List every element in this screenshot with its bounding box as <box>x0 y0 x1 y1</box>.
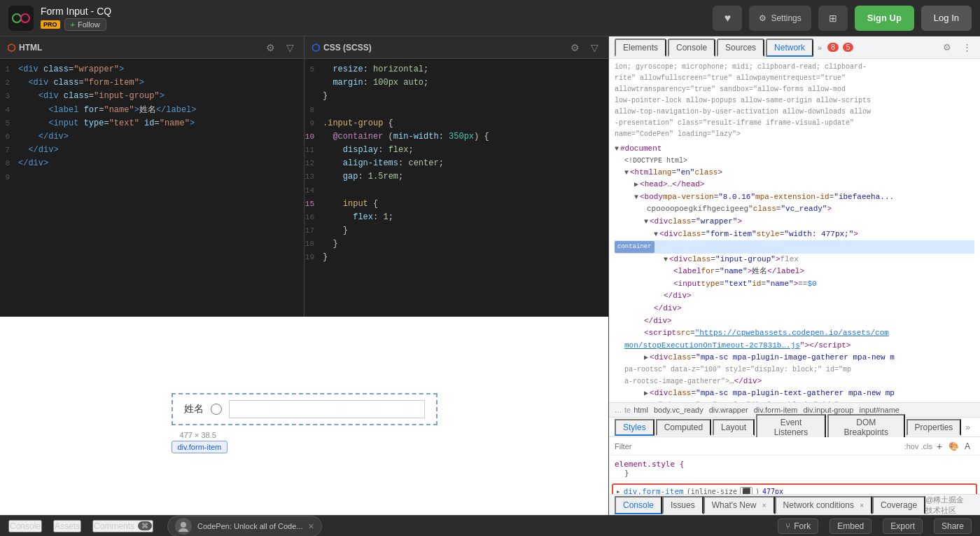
network-conditions-close[interactable]: × <box>860 502 864 509</box>
code-line: 10 @container (min-width: 350px) { <box>304 130 608 144</box>
element-badge: div.form-item <box>172 441 228 453</box>
code-line: 13 gap: 1.5rem; <box>304 170 608 184</box>
bc-item-wrapper[interactable]: div.wrapper <box>709 406 748 414</box>
promo-close-btn[interactable]: × <box>308 521 314 532</box>
dom-selected-node[interactable]: container <box>615 240 974 253</box>
login-button[interactable]: Log In <box>921 6 972 31</box>
code-line: 5 resize: horizontal; <box>304 63 608 76</box>
html-lang-badge: ⬡ HTML <box>7 42 42 53</box>
export-btn[interactable]: Export <box>883 518 923 534</box>
css-expand-btn[interactable]: ▽ <box>587 41 601 55</box>
dt-more-icon[interactable]: ⋮ <box>959 40 974 55</box>
dt-tab-elements[interactable]: Elements <box>615 39 666 57</box>
dt-badge-errors: 8 <box>827 43 839 52</box>
st-tab-styles[interactable]: Styles <box>615 419 654 436</box>
add-rule-btn[interactable]: + <box>932 439 946 453</box>
bc-item-html[interactable]: html <box>634 406 648 414</box>
form-radio[interactable] <box>211 404 222 415</box>
dt-tab-console[interactable]: Console <box>668 39 715 57</box>
filter-bar: :hov .cls + 🎨 A <box>609 437 980 455</box>
devtools-panel: Elements Console Sources Network » 8 5 ⚙… <box>609 36 980 515</box>
embed-btn[interactable]: Embed <box>830 518 872 534</box>
st-tab-event-listeners[interactable]: Event Listeners <box>756 414 826 441</box>
whats-new-close[interactable]: × <box>762 502 766 509</box>
code-line: 15 input { <box>304 198 608 211</box>
grid-icon: ⊞ <box>829 13 837 24</box>
styles-filter-input[interactable] <box>615 442 904 451</box>
dom-line: rite" allowfullscreen="true" allowpaymen… <box>615 73 974 84</box>
inline-size-icon[interactable]: ⬛ <box>740 487 752 494</box>
heart-icon: ♥ <box>724 12 732 25</box>
pseudo-states-toggle[interactable]: :hov .cls <box>904 442 932 451</box>
export-label: Export <box>890 521 915 531</box>
color-format-btn[interactable]: 🎨 <box>946 439 960 453</box>
fork-label: Fork <box>794 521 811 531</box>
st-tab-dom-breakpoints[interactable]: DOM Breakpoints <box>827 414 905 441</box>
signup-button[interactable]: Sign Up <box>855 6 914 31</box>
unlock-label: CodePen: Unlock all of Code... <box>197 522 302 530</box>
dom-line: a-rootsc-image-gatherer">…</div> <box>615 376 974 388</box>
dt-icons: ⚙ ⋮ <box>939 40 974 55</box>
css-settings-btn[interactable]: ⚙ <box>568 41 582 55</box>
dtb-tab-issues[interactable]: Issues <box>662 496 704 514</box>
size-badge: 477 × 38.5 <box>180 431 216 439</box>
dtb-tab-console[interactable]: Console <box>615 496 662 514</box>
html-expand-btn[interactable]: ▽ <box>283 41 297 55</box>
code-line: 18 } <box>304 238 608 251</box>
assets-btn[interactable]: Assets <box>53 520 81 532</box>
bc-dots: … <box>615 406 622 414</box>
css-editor: ⬡ CSS (SCSS) ⚙ ▽ 5 resize: horizontal; m… <box>304 36 608 317</box>
share-btn[interactable]: Share <box>934 518 972 534</box>
dom-line: low-pointer-lock allow-popups allow-same… <box>615 95 974 106</box>
dtb-tab-coverage[interactable]: Coverage <box>872 496 925 514</box>
html-settings-btn[interactable]: ⚙ <box>263 41 277 55</box>
console-btn[interactable]: Console <box>8 520 42 532</box>
code-line: 5 <input type="text" id="name"> <box>0 117 304 130</box>
code-line: 11 display: flex; <box>304 144 608 157</box>
dt-badge-warnings: 5 <box>843 43 854 52</box>
rule-selector-link[interactable]: div.form-item <box>624 487 684 494</box>
dtb-tab-whats-new[interactable]: What's New × <box>704 496 775 514</box>
dt-settings-icon[interactable]: ⚙ <box>939 40 955 55</box>
dom-line: ▼<body mpa-version="8.0.16" mpa-extensio… <box>615 191 974 204</box>
rule-header-highlight: ▸ div.form-item (inline-size ⬛ ) 477px <box>616 487 973 494</box>
fork-icon: ⑂ <box>785 521 790 531</box>
follow-button[interactable]: + Follow <box>64 18 106 31</box>
code-line: 6 </div> <box>0 130 304 144</box>
st-tab-computed[interactable]: Computed <box>656 419 711 436</box>
css-editor-body[interactable]: 5 resize: horizontal; margin: 100px auto… <box>304 59 608 317</box>
dt-more-tabs: » <box>815 43 825 52</box>
bottom-toolbar: Console Assets Comments ⌘ CodePen: Unloc… <box>0 515 980 536</box>
svg-point-4 <box>178 528 188 532</box>
grid-button[interactable]: ⊞ <box>818 6 848 31</box>
dom-line: allowtransparency="true" sandbox="allow-… <box>615 84 974 95</box>
html-editor-body[interactable]: 1<div class="wrapper"> 2 <div class="for… <box>0 59 304 317</box>
embed-label: Embed <box>837 521 864 531</box>
dt-tab-sources[interactable]: Sources <box>717 39 764 57</box>
bc-item-body[interactable]: body.vc_ready <box>654 406 704 414</box>
gear-icon: ⚙ <box>759 13 766 23</box>
css-code-area: 5 resize: horizontal; margin: 100px auto… <box>304 59 608 268</box>
bc-item-input[interactable]: input#name <box>859 406 899 414</box>
assets-label: Assets <box>55 521 80 531</box>
dtb-tab-network-conditions[interactable]: Network conditions × <box>775 496 873 514</box>
styles-tabs: Styles Computed Layout Event Listeners D… <box>609 418 980 437</box>
code-line: 3 <div class="input-group"> <box>0 90 304 103</box>
bc-item-input-group[interactable]: div.input-group <box>804 406 854 414</box>
settings-button[interactable]: ⚙ Settings <box>749 6 811 31</box>
dom-line: ▶<div class="mpa-sc mpa-plugin-text-gath… <box>615 387 974 400</box>
editor-panel: ⬡ HTML ⚙ ▽ 1<div class="wrapper"> 2 <div… <box>0 36 609 515</box>
font-size-btn[interactable]: A <box>960 439 974 453</box>
heart-button[interactable]: ♥ <box>713 6 742 31</box>
st-tab-layout[interactable]: Layout <box>713 419 755 436</box>
dt-tab-network[interactable]: Network <box>766 39 813 57</box>
rule-close: } <box>615 469 974 478</box>
bc-item-form-item[interactable]: div.form-item <box>754 406 798 414</box>
st-tab-properties[interactable]: Properties <box>906 419 962 436</box>
comments-btn[interactable]: Comments ⌘ <box>92 520 153 532</box>
form-preview: 姓名 <box>172 393 438 425</box>
fork-btn[interactable]: ⑂ Fork <box>778 518 818 534</box>
form-input[interactable] <box>229 400 425 418</box>
dom-line: ▼<div class="wrapper"> <box>615 216 974 228</box>
dom-line: <!DOCTYPE html> <box>615 156 974 167</box>
